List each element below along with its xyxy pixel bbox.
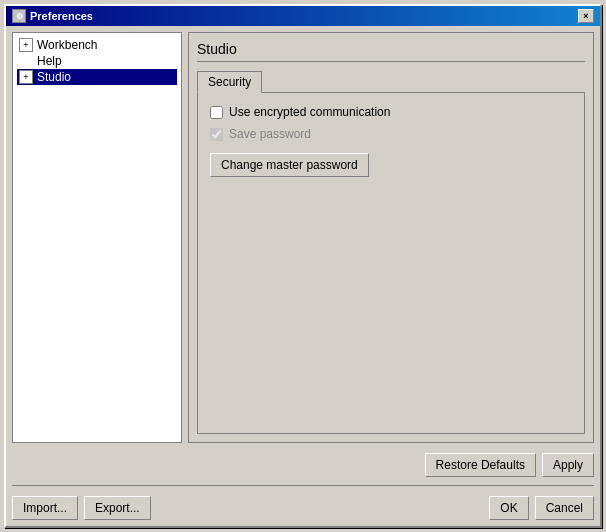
tab-content-security: Use encrypted communication Save passwor… [197, 92, 585, 434]
dialog-body: + Workbench Help + Studio Studio [6, 26, 600, 526]
tab-bar: Security [197, 70, 585, 92]
footer-separator [12, 485, 594, 486]
content-panel: Studio Security Use encrypted communicat… [188, 32, 594, 443]
content-title: Studio [197, 41, 585, 62]
tree-panel: + Workbench Help + Studio [12, 32, 182, 443]
save-password-label: Save password [229, 127, 311, 141]
footer-row: Import... Export... OK Cancel [12, 494, 594, 520]
main-area: + Workbench Help + Studio Studio [12, 32, 594, 443]
close-button[interactable]: × [578, 9, 594, 23]
use-encrypted-label: Use encrypted communication [229, 105, 390, 119]
title-bar-controls: × [578, 9, 594, 23]
change-master-section: Change master password [210, 153, 572, 177]
use-encrypted-row: Use encrypted communication [210, 105, 572, 119]
footer-left: Import... Export... [12, 496, 151, 520]
tree-item-workbench[interactable]: + Workbench [17, 37, 177, 53]
apply-button[interactable]: Apply [542, 453, 594, 477]
restore-defaults-button[interactable]: Restore Defaults [425, 453, 536, 477]
window-title: Preferences [30, 10, 93, 22]
footer-right: OK Cancel [489, 496, 594, 520]
tree-label-studio: Studio [37, 70, 71, 84]
title-bar: ⚙ Preferences × [6, 6, 600, 26]
import-button[interactable]: Import... [12, 496, 78, 520]
expand-icon-studio[interactable]: + [19, 70, 33, 84]
tree-item-help[interactable]: Help [35, 53, 177, 69]
cancel-button[interactable]: Cancel [535, 496, 594, 520]
export-button[interactable]: Export... [84, 496, 151, 520]
tree-label-workbench: Workbench [37, 38, 97, 52]
restore-apply-row: Restore Defaults Apply [12, 453, 594, 477]
preferences-dialog: ⚙ Preferences × + Workbench Help [4, 4, 602, 528]
save-password-checkbox[interactable] [210, 128, 223, 141]
change-master-password-button[interactable]: Change master password [210, 153, 369, 177]
tab-security[interactable]: Security [197, 71, 262, 93]
tree-label-help: Help [37, 54, 62, 68]
save-password-row: Save password [210, 127, 572, 141]
use-encrypted-checkbox[interactable] [210, 106, 223, 119]
tree-child-workbench: Help [17, 53, 177, 69]
window-icon: ⚙ [12, 9, 26, 23]
tree-item-studio[interactable]: + Studio [17, 69, 177, 85]
expand-icon-workbench[interactable]: + [19, 38, 33, 52]
ok-button[interactable]: OK [489, 496, 528, 520]
